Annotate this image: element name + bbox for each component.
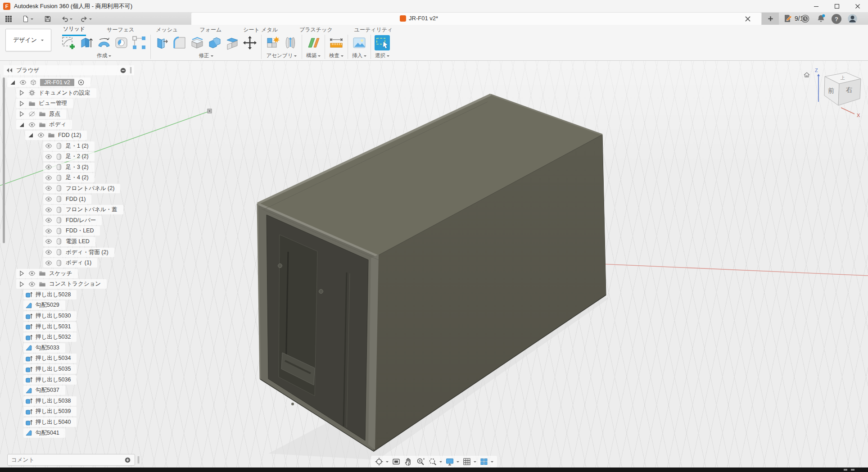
hole-icon[interactable]: [114, 35, 129, 50]
orbit-button[interactable]: [375, 457, 389, 466]
expanded-arrow-icon[interactable]: [27, 132, 34, 139]
tree-row-sketches[interactable]: スケッチ: [0, 269, 149, 278]
visibility-eye-icon[interactable]: [45, 206, 52, 213]
insert-menu[interactable]: 挿入: [352, 52, 366, 59]
create-menu[interactable]: 作成: [97, 52, 111, 59]
fillet-icon[interactable]: [172, 35, 187, 50]
tree-row-body[interactable]: FDD/レバー: [0, 216, 149, 225]
tab-form[interactable]: フォーム: [199, 25, 222, 36]
collapsed-arrow-icon[interactable]: [18, 110, 25, 118]
feature-row[interactable]: 勾配5037: [0, 386, 149, 395]
model-body[interactable]: [258, 95, 606, 451]
tree-row-bodies[interactable]: ボディ: [0, 120, 149, 129]
construction-plane-icon[interactable]: [306, 35, 321, 50]
tree-row-body[interactable]: FDD (1): [0, 195, 149, 204]
minimize-button[interactable]: [806, 0, 827, 13]
revolve-icon[interactable]: [96, 35, 112, 50]
fit-button[interactable]: [428, 457, 442, 466]
tree-row-body[interactable]: 足・1 (2): [0, 141, 149, 150]
pattern-icon[interactable]: [131, 35, 147, 50]
add-comment-icon[interactable]: [124, 457, 131, 463]
tab-mesh[interactable]: メッシュ: [155, 25, 179, 36]
view-cube[interactable]: Z 上 前 右 X: [802, 66, 868, 124]
expanded-arrow-icon[interactable]: [9, 79, 16, 86]
construct-menu[interactable]: 構築: [306, 52, 321, 59]
visibility-eye-icon[interactable]: [45, 259, 52, 267]
tree-row-body[interactable]: 足・4 (2): [0, 173, 149, 182]
tree-row-body[interactable]: 足・2 (2): [0, 152, 149, 161]
feature-row[interactable]: 押し出し5030: [0, 311, 149, 320]
visibility-eye-icon[interactable]: [45, 217, 52, 224]
expanded-arrow-icon[interactable]: [18, 121, 25, 128]
tree-row-body[interactable]: 電源 LED: [0, 237, 149, 246]
feature-row[interactable]: 勾配5041: [0, 428, 149, 437]
extrude-icon[interactable]: [79, 35, 94, 50]
panel-resize-handle[interactable]: [130, 67, 131, 73]
tree-row-named-views[interactable]: ビュー管理: [0, 99, 149, 108]
tab-utilities[interactable]: ユーティリティ: [353, 25, 394, 36]
tree-row-body[interactable]: FDD・LED: [0, 226, 149, 235]
feature-row[interactable]: 押し出し5039: [0, 407, 149, 416]
visibility-eye-icon[interactable]: [28, 121, 36, 128]
insert-canvas-icon[interactable]: [352, 35, 367, 50]
tab-surface[interactable]: サーフェス: [106, 25, 135, 36]
workspace-selector[interactable]: デザイン: [5, 29, 51, 51]
joint-icon[interactable]: [283, 35, 298, 50]
tree-row-body[interactable]: 足・3 (2): [0, 163, 149, 172]
document-tab-close-icon[interactable]: [744, 15, 752, 23]
collapsed-arrow-icon[interactable]: [18, 270, 25, 277]
tree-row-body[interactable]: ボディ・背面 (2): [0, 248, 149, 257]
move-copy-icon[interactable]: [242, 35, 258, 50]
root-component-label[interactable]: JR-F01 v2: [40, 79, 74, 86]
zoom-button[interactable]: [416, 457, 425, 466]
feature-row[interactable]: 押し出し5035: [0, 364, 149, 373]
visibility-eye-icon[interactable]: [45, 249, 52, 256]
notifications-bell-icon[interactable]: [816, 14, 826, 25]
collapsed-arrow-icon[interactable]: [18, 281, 25, 288]
save-button[interactable]: [42, 14, 54, 24]
visibility-eye-icon[interactable]: [45, 153, 52, 160]
collapsed-arrow-icon[interactable]: [18, 89, 25, 96]
file-menu-button[interactable]: [20, 14, 36, 24]
visibility-eye-icon[interactable]: [45, 227, 52, 235]
assemble-menu[interactable]: アセンブリ: [267, 52, 297, 59]
create-sketch-icon[interactable]: [61, 35, 77, 50]
tree-row-construction[interactable]: コンストラクション: [0, 279, 149, 288]
tree-row-document-settings[interactable]: ドキュメントの設定: [0, 88, 149, 97]
collapse-panel-icon[interactable]: [6, 68, 13, 73]
feature-row[interactable]: 勾配5029: [0, 300, 149, 309]
feature-row[interactable]: 勾配5033: [0, 343, 149, 352]
visibility-eye-icon[interactable]: [45, 195, 52, 203]
feature-row[interactable]: 押し出し5032: [0, 332, 149, 341]
browser-panel-header[interactable]: ブラウザ: [4, 65, 134, 75]
activate-component-icon[interactable]: [77, 79, 85, 86]
new-component-icon[interactable]: [265, 35, 280, 50]
select-tool-icon[interactable]: [375, 35, 390, 50]
visibility-eye-icon[interactable]: [45, 142, 52, 150]
visibility-eye-icon[interactable]: [28, 281, 36, 288]
comment-bar[interactable]: [7, 454, 135, 466]
undo-button[interactable]: [59, 14, 75, 24]
feature-row[interactable]: 押し出し5034: [0, 354, 149, 363]
visibility-eye-icon[interactable]: [45, 163, 52, 171]
visibility-eye-icon[interactable]: [45, 238, 52, 245]
maximize-button[interactable]: [827, 0, 847, 13]
visibility-eye-icon[interactable]: [37, 132, 45, 139]
feature-row[interactable]: 押し出し5038: [0, 396, 149, 405]
tree-row-body[interactable]: フロントパネル・蓋: [0, 205, 149, 214]
close-button[interactable]: [847, 0, 868, 13]
look-at-button[interactable]: [392, 457, 401, 466]
combine-icon[interactable]: [207, 35, 222, 50]
grid-layout-button[interactable]: [462, 457, 476, 466]
visibility-eye-icon[interactable]: [28, 270, 36, 277]
origin-marker[interactable]: [208, 109, 212, 113]
display-settings-button[interactable]: [445, 457, 459, 466]
visibility-eye-icon[interactable]: [45, 185, 52, 192]
tree-row-origin[interactable]: 原点: [0, 109, 149, 118]
home-icon[interactable]: [804, 73, 809, 77]
feature-row[interactable]: 押し出し5031: [0, 322, 149, 331]
comment-input[interactable]: [11, 457, 121, 463]
tree-row-body[interactable]: フロントパネル (2): [0, 184, 149, 193]
visibility-eye-icon[interactable]: [19, 79, 27, 86]
comment-resize-handle[interactable]: [138, 456, 139, 463]
